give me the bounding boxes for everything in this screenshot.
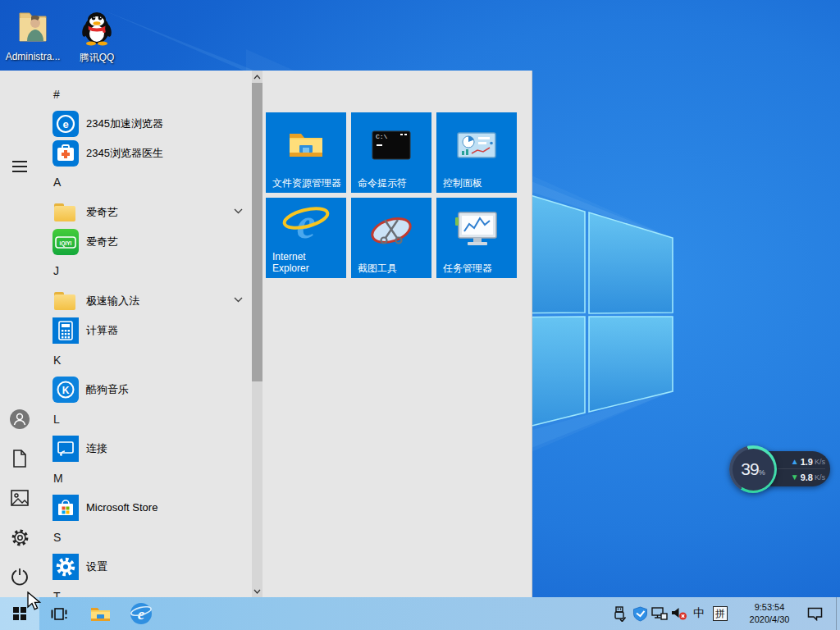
ime-lang-label: 中 [693,606,705,621]
expand-menu-button[interactable] [0,148,39,185]
taskbar-internet-explorer[interactable]: e [125,597,158,630]
documents-button[interactable] [0,440,39,477]
kugou-music-icon: K [52,377,79,403]
tile-internet-explorer[interactable]: e Internet Explorer [266,198,346,278]
app-item-label: 极速输入法 [86,286,139,316]
app-item-microsoft-store[interactable]: Microsoft Store [39,493,253,523]
qq-penguin-icon [77,8,116,46]
app-item-label: 2345浏览器医生 [86,139,163,168]
app-item-settings[interactable]: 设置 [39,552,253,582]
upload-unit: K/s [815,458,825,466]
acceleration-ball[interactable]: 39 % [729,445,777,493]
app-section-header[interactable]: M [53,467,63,490]
snipping-tool-icon [351,206,431,255]
mouse-cursor [27,591,45,613]
desktop-icon-qq[interactable]: 腾讯QQ [66,8,127,65]
tile-task-manager[interactable]: 任务管理器 [436,198,517,278]
user-account-button[interactable] [0,400,39,438]
calculator-icon [52,317,79,344]
scrollbar-thumb[interactable] [252,83,262,381]
tray-network-button[interactable] [650,597,669,630]
folder-icon [52,288,79,314]
desktop-icon-label: 腾讯QQ [66,51,127,65]
chevron-down-icon [253,589,261,594]
upload-speed-row: ▲ 1.9 K/s [776,453,825,470]
tray-security-button[interactable] [630,597,650,630]
tile-label: Internet Explorer [272,251,341,274]
app-item-label: 设置 [86,552,107,582]
app-item-2345-browser[interactable]: e 2345加速浏览器 [39,109,253,139]
chevron-up-icon [253,75,261,80]
app-item-label: 连接 [86,434,107,463]
tray-ime-mode[interactable]: 拼 [710,597,730,630]
tile-snipping-tool[interactable]: 截图工具 [351,198,431,278]
2345-browser-icon: e [52,111,79,137]
connect-icon [52,436,79,462]
shield-icon [632,606,648,622]
ime-mode-label: 拼 [713,606,728,621]
2345-doctor-icon [52,140,79,167]
app-group-iqiyi-folder[interactable]: 爱奇艺 [39,198,253,227]
usb-device-icon [613,606,627,622]
app-section-header[interactable]: T [53,585,61,597]
action-center-button[interactable] [802,597,827,630]
scroll-down-button[interactable] [252,585,262,597]
download-unit: K/s [815,473,825,482]
percent-value: 39 [741,459,758,479]
tile-control-panel[interactable]: 控制面板 [436,112,517,193]
app-section-header[interactable]: J [53,259,59,282]
tray-ime-language[interactable]: 中 [689,597,709,630]
tray-usb-button[interactable] [610,597,628,630]
app-section-header[interactable]: A [53,171,61,194]
download-arrow-icon: ▼ [791,473,799,482]
app-section-header[interactable]: S [53,526,61,549]
app-list-scrollbar[interactable] [252,71,262,597]
power-button[interactable] [0,558,39,596]
desktop-icon-administrator[interactable]: Administra... [2,8,63,62]
pictures-button[interactable] [0,479,39,517]
app-section-header[interactable]: K [53,349,61,372]
network-speed-widget[interactable]: ▲ 1.9 K/s ▼ 9.8 K/s 39 % [727,444,833,495]
tile-file-explorer[interactable]: 文件资源管理器 [266,112,346,193]
app-item-connect[interactable]: 连接 [39,434,253,463]
clock-date: 2020/4/30 [737,614,802,626]
tile-label: 控制面板 [443,177,512,189]
download-value: 9.8 [801,472,813,482]
svg-text:iQIYI: iQIYI [60,240,72,247]
settings-button[interactable] [0,518,39,556]
svg-text:e: e [62,118,68,130]
folder-icon [52,199,79,226]
taskbar: e [0,597,840,630]
tray-volume-button[interactable] [669,597,689,630]
desktop-icon-label: Administra... [2,51,63,62]
app-section-header[interactable]: # [53,83,60,106]
app-group-jisu-ime[interactable]: 极速输入法 [39,286,253,316]
app-item-calculator[interactable]: 计算器 [39,316,253,345]
app-item-2345-doctor[interactable]: 2345浏览器医生 [39,139,253,168]
chevron-down-icon [234,297,243,303]
iqiyi-icon: iQIYI [52,229,79,255]
svg-text:C:\: C:\ [376,133,388,140]
task-view-button[interactable] [46,597,72,630]
svg-text:K: K [62,385,70,396]
app-item-kugou[interactable]: K 酷狗音乐 [39,375,253,404]
user-avatar-icon [9,409,30,430]
control-panel-icon [436,121,517,170]
taskbar-file-explorer[interactable] [85,597,115,630]
tray-clock[interactable]: 9:53:54 2020/4/30 [737,601,802,626]
show-desktop-button[interactable] [836,597,840,630]
tile-command-prompt[interactable]: C:\ 命令提示符 [351,112,431,193]
tile-label: 截图工具 [358,262,427,274]
start-menu: # e 2345加速浏览器 2345浏览器医生 A 爱奇艺 [0,71,532,597]
command-prompt-icon: C:\ [351,121,431,170]
file-explorer-icon [266,121,346,170]
app-item-iqiyi[interactable]: iQIYI 爱奇艺 [39,227,253,257]
pictures-icon [11,490,29,506]
app-section-header[interactable]: L [53,408,60,431]
task-view-icon [51,607,67,621]
download-speed-row: ▼ 9.8 K/s [776,468,825,486]
scroll-up-button[interactable] [252,71,262,83]
acceleration-percent: 39 % [733,449,774,491]
app-item-label: 计算器 [86,316,118,345]
app-item-label: Microsoft Store [86,493,158,523]
